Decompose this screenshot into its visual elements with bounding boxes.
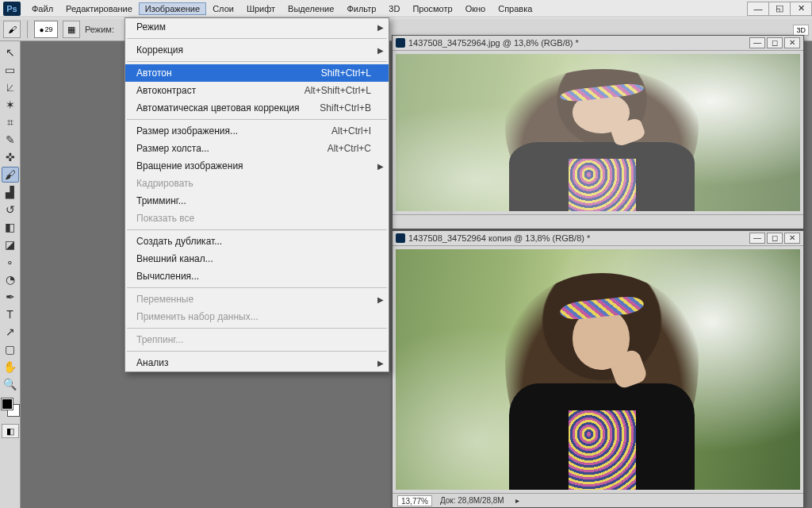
menu-item-label: Кадрировать bbox=[136, 178, 193, 189]
marquee-tool[interactable]: ▭ bbox=[2, 62, 19, 78]
submenu-arrow-icon: ▶ bbox=[377, 162, 384, 171]
image-menu[interactable]: Режим▶Коррекция▶АвтотонShift+Ctrl+LАвток… bbox=[124, 17, 389, 372]
menu-item-label: Размер холста... bbox=[136, 143, 209, 154]
menu-item[interactable]: Режим▶ bbox=[125, 18, 389, 36]
menu-item-label: Анализ bbox=[136, 357, 169, 368]
menu-item[interactable]: Создать дубликат... bbox=[125, 233, 389, 250]
crop-tool[interactable]: ⌗ bbox=[2, 114, 19, 130]
tool-strip: ↖▭⟀✶⌗✎✜🖌▟↺◧◪∘◔✒T↗▢✋🔍 ◧ bbox=[0, 41, 21, 508]
menu-item[interactable]: Вращение изображения▶ bbox=[125, 157, 389, 175]
status-bar: 13,77% Док: 28,8M/28,8M ▸ bbox=[393, 493, 803, 507]
menu-item[interactable]: Анализ▶ bbox=[125, 354, 389, 371]
window-controls: — ◱ ✕ bbox=[748, 2, 812, 16]
menu-item[interactable]: АвтоконтрастAlt+Shift+Ctrl+L bbox=[125, 82, 389, 99]
document-titlebar[interactable]: 1437508_34752964.jpg @ 13,8% (RGB/8) * —… bbox=[393, 36, 803, 51]
document-title: 1437508_34752964.jpg @ 13,8% (RGB/8) * bbox=[408, 38, 579, 48]
canvas[interactable] bbox=[396, 249, 800, 490]
doc-close-button[interactable]: ✕ bbox=[784, 233, 800, 244]
blur-tool[interactable]: ∘ bbox=[2, 254, 19, 270]
document-icon bbox=[396, 233, 405, 243]
menu-item-label: Внешний канал... bbox=[136, 253, 213, 264]
menu-item[interactable]: Вычисления... bbox=[125, 267, 389, 285]
doc-maximize-button[interactable]: ◻ bbox=[767, 233, 783, 244]
type-tool[interactable]: T bbox=[2, 306, 19, 322]
clone-stamp-tool[interactable]: ▟ bbox=[2, 184, 19, 200]
color-swatches[interactable] bbox=[2, 398, 19, 416]
document-window-b[interactable]: 1437508_34752964 копия @ 13,8% (RGB/8) *… bbox=[392, 230, 804, 508]
menu-3d[interactable]: 3D bbox=[382, 2, 406, 15]
foreground-color[interactable] bbox=[2, 398, 13, 410]
menubar: Ps ФайлРедактированиеИзображениеСлоиШриф… bbox=[0, 0, 812, 17]
submenu-arrow-icon: ▶ bbox=[377, 23, 384, 32]
menu-файл[interactable]: Файл bbox=[25, 2, 59, 15]
menu-слои[interactable]: Слои bbox=[206, 2, 240, 15]
menu-выделение[interactable]: Выделение bbox=[282, 2, 340, 15]
menu-item[interactable]: Коррекция▶ bbox=[125, 41, 389, 59]
doc-minimize-button[interactable]: — bbox=[749, 233, 765, 244]
menu-item[interactable]: Размер изображения...Alt+Ctrl+I bbox=[125, 122, 389, 140]
submenu-arrow-icon: ▶ bbox=[377, 359, 384, 368]
menu-separator bbox=[127, 38, 387, 39]
tool-preset-icon[interactable]: 🖌 bbox=[3, 21, 21, 38]
menu-фильтр[interactable]: Фильтр bbox=[340, 2, 382, 15]
restore-button[interactable]: ◱ bbox=[768, 2, 791, 16]
menu-окно[interactable]: Окно bbox=[459, 2, 492, 15]
menu-item[interactable]: АвтотонShift+Ctrl+L bbox=[125, 64, 389, 82]
menu-item: Показать все bbox=[125, 210, 389, 227]
zoom-tool[interactable]: 🔍 bbox=[2, 376, 19, 392]
brush-tool[interactable]: 🖌 bbox=[2, 167, 19, 183]
quick-select-tool[interactable]: ✶ bbox=[2, 97, 19, 113]
menu-item[interactable]: Тримминг... bbox=[125, 192, 389, 210]
lasso-tool[interactable]: ⟀ bbox=[2, 79, 19, 95]
document-window-a[interactable]: 1437508_34752964.jpg @ 13,8% (RGB/8) * —… bbox=[392, 35, 804, 229]
healing-brush-tool[interactable]: ✜ bbox=[2, 149, 19, 165]
menu-item: Переменные▶ bbox=[125, 291, 389, 308]
quick-mask-toggle[interactable]: ◧ bbox=[2, 424, 19, 438]
menu-item[interactable]: Автоматическая цветовая коррекцияShift+C… bbox=[125, 99, 389, 117]
menu-separator bbox=[127, 229, 387, 230]
brush-dot-icon: ● bbox=[39, 25, 44, 34]
menu-справка[interactable]: Справка bbox=[492, 2, 538, 15]
eyedropper-tool[interactable]: ✎ bbox=[2, 132, 19, 148]
hand-tool[interactable]: ✋ bbox=[2, 359, 19, 375]
menu-редактирование[interactable]: Редактирование bbox=[59, 2, 139, 15]
menu-item-label: Показать все bbox=[136, 213, 194, 224]
menu-item-label: Переменные bbox=[136, 294, 193, 305]
doc-minimize-button[interactable]: — bbox=[749, 37, 765, 48]
menu-separator bbox=[127, 351, 387, 352]
menu-изображение[interactable]: Изображение bbox=[139, 2, 206, 15]
canvas[interactable] bbox=[396, 54, 800, 211]
zoom-field[interactable]: 13,77% bbox=[397, 495, 432, 506]
doc-close-button[interactable]: ✕ bbox=[784, 37, 800, 48]
doc-maximize-button[interactable]: ◻ bbox=[767, 37, 783, 48]
pen-tool[interactable]: ✒ bbox=[2, 289, 19, 305]
rectangle-tool[interactable]: ▢ bbox=[2, 341, 19, 357]
menu-просмотр[interactable]: Просмотр bbox=[406, 2, 458, 15]
menu-item-shortcut: Alt+Ctrl+I bbox=[331, 125, 371, 137]
history-brush-tool[interactable]: ↺ bbox=[2, 202, 19, 217]
menu-separator bbox=[127, 119, 387, 120]
menu-item-label: Вычисления... bbox=[136, 271, 199, 282]
menu-шрифт[interactable]: Шрифт bbox=[240, 2, 282, 15]
photo-original bbox=[396, 54, 800, 211]
menu-item[interactable]: Внешний канал... bbox=[125, 250, 389, 267]
menu-item-label: Автотон bbox=[136, 67, 172, 79]
minimize-button[interactable]: — bbox=[747, 2, 769, 16]
doc-size-label: Док: 28,8M/28,8M bbox=[440, 496, 504, 505]
mode-label: Режим: bbox=[85, 25, 114, 34]
menu-item-label: Тримминг... bbox=[136, 195, 186, 206]
document-titlebar[interactable]: 1437508_34752964 копия @ 13,8% (RGB/8) *… bbox=[393, 231, 803, 246]
menu-item[interactable]: Размер холста...Alt+Ctrl+C bbox=[125, 140, 389, 157]
brush-settings-icon[interactable]: ▦ bbox=[63, 21, 80, 38]
eraser-tool[interactable]: ◧ bbox=[2, 219, 19, 235]
dodge-tool[interactable]: ◔ bbox=[2, 271, 19, 287]
photo-copy bbox=[396, 249, 800, 490]
gradient-tool[interactable]: ◪ bbox=[2, 237, 19, 252]
move-tool[interactable]: ↖ bbox=[2, 44, 19, 60]
workspace-3d[interactable]: 3D bbox=[793, 25, 809, 36]
menu-item: Треппинг... bbox=[125, 331, 389, 348]
brush-preset-picker[interactable]: ● 29 bbox=[34, 21, 58, 38]
doc-info-arrow-icon[interactable]: ▸ bbox=[515, 496, 519, 505]
close-button[interactable]: ✕ bbox=[790, 2, 812, 16]
path-select-tool[interactable]: ↗ bbox=[2, 324, 19, 340]
